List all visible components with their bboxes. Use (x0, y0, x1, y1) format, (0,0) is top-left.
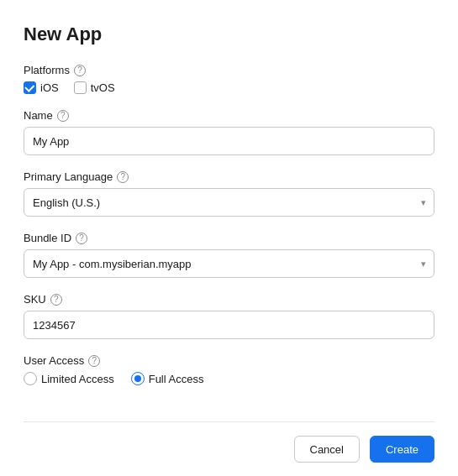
new-app-dialog: New App Platforms ? iOS tvOS Name ? Prim… (0, 0, 458, 422)
user-access-group: User Access ? Limited Access Full Access (24, 354, 434, 385)
cancel-button[interactable]: Cancel (294, 436, 360, 463)
language-select-wrapper: English (U.S.) Chinese (Simplified) Fren… (24, 188, 434, 217)
limited-access-radio[interactable] (24, 372, 37, 385)
platforms-row: iOS tvOS (24, 81, 434, 94)
platforms-group: Platforms ? iOS tvOS (24, 64, 434, 94)
language-label: Primary Language ? (24, 170, 434, 183)
tvos-label: tvOS (91, 81, 115, 94)
tvos-checkbox[interactable] (74, 81, 87, 94)
sku-help-icon[interactable]: ? (50, 294, 62, 306)
full-access-radio[interactable] (131, 372, 145, 385)
sku-input[interactable] (24, 311, 434, 339)
bundle-id-label: Bundle ID ? (24, 232, 434, 244)
full-access-text: Full Access (149, 373, 204, 385)
language-group: Primary Language ? English (U.S.) Chines… (24, 170, 434, 217)
create-button[interactable]: Create (370, 436, 434, 463)
bundle-id-select-wrapper: My App - com.mysiberian.myapp ▾ (24, 249, 434, 278)
dialog-footer: Cancel Create (0, 422, 458, 476)
ios-checkbox-label[interactable]: iOS (24, 81, 59, 94)
limited-access-text: Limited Access (41, 373, 114, 385)
platforms-label: Platforms ? (24, 64, 434, 76)
bundle-id-group: Bundle ID ? My App - com.mysiberian.myap… (24, 232, 434, 278)
bundle-id-select[interactable]: My App - com.mysiberian.myapp (24, 249, 434, 278)
ios-label: iOS (40, 81, 59, 94)
name-help-icon[interactable]: ? (57, 110, 69, 122)
platforms-help-icon[interactable]: ? (74, 65, 86, 76)
sku-label: SKU ? (24, 293, 434, 306)
sku-group: SKU ? (24, 293, 434, 339)
limited-access-radio-label[interactable]: Limited Access (24, 372, 114, 385)
user-access-label: User Access ? (24, 354, 434, 367)
language-help-icon[interactable]: ? (117, 171, 129, 183)
user-access-help-icon[interactable]: ? (88, 355, 100, 367)
name-label: Name ? (24, 109, 434, 122)
page-title: New App (24, 24, 434, 45)
name-input[interactable] (24, 127, 434, 155)
full-access-radio-label[interactable]: Full Access (131, 372, 204, 385)
user-access-radio-row: Limited Access Full Access (24, 372, 434, 385)
name-group: Name ? (24, 109, 434, 155)
tvos-checkbox-label[interactable]: tvOS (74, 81, 115, 94)
language-select[interactable]: English (U.S.) Chinese (Simplified) Fren… (24, 188, 434, 217)
bundle-id-help-icon[interactable]: ? (76, 233, 87, 244)
ios-checkbox[interactable] (24, 81, 36, 94)
